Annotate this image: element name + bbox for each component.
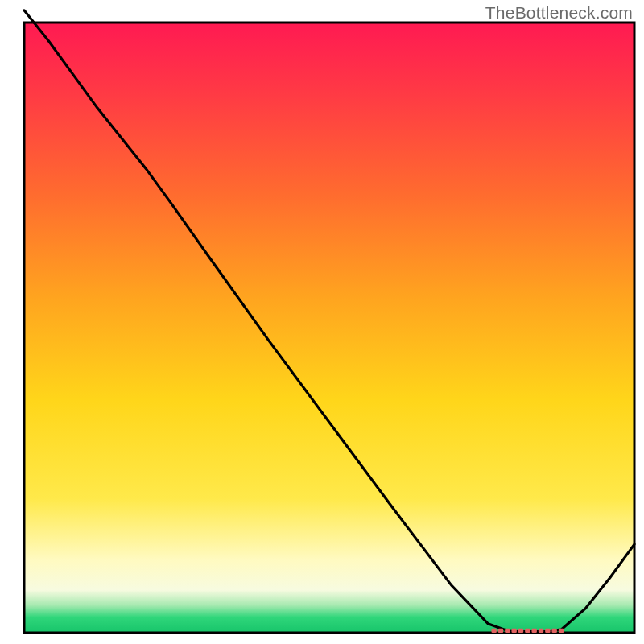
optimal-marker bbox=[505, 629, 510, 633]
optimal-marker bbox=[539, 629, 543, 633]
optimal-marker bbox=[518, 629, 523, 633]
optimal-marker bbox=[531, 629, 536, 633]
bottleneck-chart bbox=[0, 0, 644, 644]
optimal-marker bbox=[545, 629, 550, 633]
optimal-marker bbox=[525, 629, 530, 633]
chart-container: TheBottleneck.com bbox=[0, 0, 644, 644]
watermark-text: TheBottleneck.com bbox=[485, 3, 633, 23]
optimal-marker bbox=[511, 629, 516, 633]
optimal-marker bbox=[491, 629, 496, 633]
gradient-background bbox=[24, 23, 634, 633]
optimal-marker bbox=[559, 629, 564, 633]
optimal-marker bbox=[498, 629, 503, 633]
optimal-marker bbox=[552, 629, 557, 633]
